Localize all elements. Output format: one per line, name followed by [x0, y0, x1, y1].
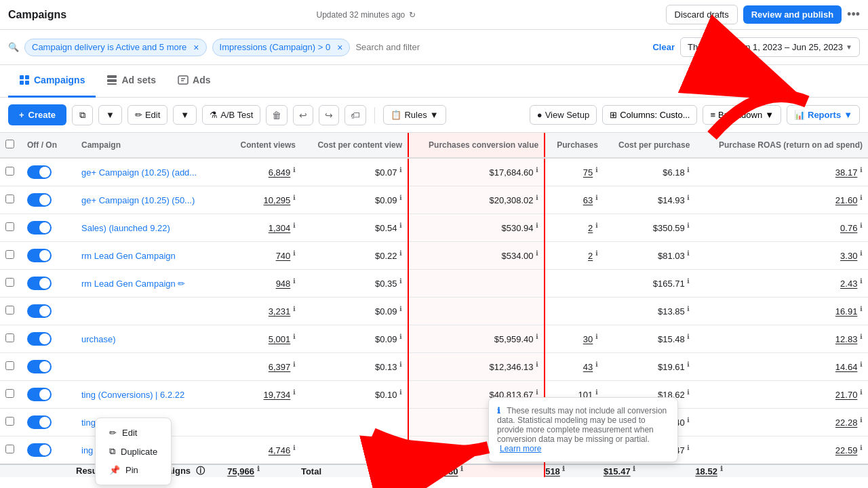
row-campaign-3[interactable]: rm Lead Gen Campaign [76, 242, 227, 270]
info-icon[interactable]: ⓘ [196, 466, 205, 476]
tab-ads[interactable]: Ads [167, 65, 221, 98]
row-campaign-4[interactable]: rm Lead Gen Campaign ✏ [76, 270, 227, 298]
edit-label: Edit [145, 110, 160, 120]
cost-per-content-view-header[interactable]: Cost per content view [301, 133, 408, 158]
row-checkbox-0[interactable] [0, 158, 22, 186]
row-checkbox-6[interactable] [0, 325, 22, 353]
rules-button[interactable]: 📋 Rules ▼ [383, 105, 446, 125]
row-toggle-1[interactable] [22, 186, 76, 214]
row-checkbox-3[interactable] [0, 242, 22, 270]
row-purchases-cv-6: $5,959.40 ℹ [408, 325, 545, 353]
create-button[interactable]: + Create [8, 104, 66, 125]
row-checkbox-5[interactable] [0, 298, 22, 325]
search-filter-input[interactable] [355, 42, 647, 52]
content-views-header[interactable]: Content views [227, 133, 301, 158]
filter-tag-1[interactable]: Campaign delivery is Active and 5 more × [24, 39, 207, 56]
select-all-header[interactable] [0, 133, 22, 158]
toggle-switch-8[interactable] [27, 388, 52, 401]
row-roas-0: 38.17 ℹ [695, 158, 868, 186]
context-menu-pin[interactable]: 📌 Pin [101, 461, 165, 479]
discard-drafts-button[interactable]: Discard drafts [666, 5, 738, 24]
row-toggle-4[interactable] [22, 270, 76, 298]
breakdown-button[interactable]: ≡ Breakdown ▼ [703, 105, 781, 125]
tag-button[interactable]: 🏷 [344, 105, 366, 125]
row-campaign-2[interactable]: Sales) (launched 9.22) [76, 214, 227, 242]
edit-button[interactable]: ✏ Edit [127, 105, 167, 125]
duplicate-icon: ⧉ [79, 110, 85, 121]
cost-per-purchase-header[interactable]: Cost per purchase [604, 133, 695, 158]
more-options-button[interactable]: ••• [847, 7, 860, 22]
tab-campaigns[interactable]: Campaigns [8, 65, 96, 98]
table-row: ting (Conversions) | 6.2.22 19,734 ℹ $0.… [0, 381, 868, 409]
tab-adsets[interactable]: Ad sets [96, 65, 167, 98]
breakdown-label: Breakdown [718, 110, 762, 120]
row-campaign-0[interactable]: ge+ Campaign (10.25) (add... [76, 158, 227, 186]
row-toggle-8[interactable] [22, 381, 76, 409]
toggle-switch-5[interactable] [27, 304, 52, 318]
review-publish-button[interactable]: Review and publish [743, 5, 842, 24]
row-campaign-7[interactable] [76, 353, 227, 381]
reports-button[interactable]: 📊 Reports ▼ [787, 105, 860, 125]
row-campaign-5[interactable] [76, 298, 227, 325]
redo-button[interactable]: ↪ [319, 105, 339, 125]
breakdown-icon: ≡ [710, 110, 715, 120]
reports-label: Reports [808, 110, 841, 120]
filter-tag-2[interactable]: Impressions (Campaign) > 0 × [212, 39, 351, 56]
toggle-switch-6[interactable] [27, 332, 52, 346]
toggle-switch-9[interactable] [27, 415, 52, 429]
row-toggle-6[interactable] [22, 325, 76, 353]
row-checkbox-1[interactable] [0, 186, 22, 214]
row-checkbox-10[interactable] [0, 436, 22, 465]
undo-button[interactable]: ↩ [293, 105, 313, 125]
row-toggle-7[interactable] [22, 353, 76, 381]
row-checkbox-4[interactable] [0, 270, 22, 298]
context-menu-edit[interactable]: ✏ Edit [101, 424, 165, 442]
campaigns-table-container: Off / On Campaign Content views Cost per… [0, 133, 868, 488]
row-toggle-5[interactable] [22, 298, 76, 325]
select-all-checkbox[interactable] [5, 140, 14, 148]
row-campaign-8[interactable]: ting (Conversions) | 6.2.22 [76, 381, 227, 409]
refresh-icon[interactable]: ↻ [409, 10, 416, 20]
context-menu-duplicate[interactable]: ⧉ Duplicate [101, 442, 165, 461]
purchases-conversion-value-header[interactable]: Purchases conversion value [408, 133, 545, 158]
toggle-switch-7[interactable] [27, 360, 52, 373]
duplicate-dropdown-button[interactable]: ▼ [98, 105, 122, 125]
filter-tag-2-remove[interactable]: × [337, 42, 342, 53]
toggle-switch-2[interactable] [27, 221, 52, 235]
row-content-views-4: 948 ℹ [227, 270, 301, 298]
purchases-header[interactable]: Purchases [545, 133, 604, 158]
filter-tag-1-remove[interactable]: × [193, 42, 199, 53]
row-toggle-3[interactable] [22, 242, 76, 270]
row-purchases-cv-5 [408, 298, 545, 325]
toggle-switch-3[interactable] [27, 249, 52, 262]
row-campaign-1[interactable]: ge+ Campaign (10.25) (50...) [76, 186, 227, 214]
view-setup-button[interactable]: ● View Setup [530, 105, 597, 125]
delete-button[interactable]: 🗑 [266, 105, 288, 125]
toggle-switch-0[interactable] [27, 165, 52, 179]
row-toggle-2[interactable] [22, 214, 76, 242]
campaign-header[interactable]: Campaign [76, 133, 227, 158]
row-campaign-6[interactable]: urchase) [76, 325, 227, 353]
row-toggle-10[interactable] [22, 436, 76, 465]
ab-test-button[interactable]: ⚗ A/B Test [202, 105, 260, 125]
toggle-switch-10[interactable] [27, 443, 52, 457]
roas-header[interactable]: Purchase ROAS (return on ad spend) [695, 133, 868, 158]
update-info: Updated 32 minutes ago ↻ [317, 10, 416, 20]
row-toggle-0[interactable] [22, 158, 76, 186]
columns-button[interactable]: ⊞ Columns: Custo... [602, 105, 697, 125]
toggle-switch-1[interactable] [27, 193, 52, 207]
row-checkbox-2[interactable] [0, 214, 22, 242]
duplicate-button[interactable]: ⧉ [72, 105, 93, 125]
search-icon: 🔍 [8, 42, 19, 52]
tooltip-learn-more[interactable]: Learn more [500, 444, 541, 453]
toolbar-right: ● View Setup ⊞ Columns: Custo... ≡ Break… [530, 105, 860, 125]
row-toggle-9[interactable] [22, 409, 76, 436]
clear-button[interactable]: Clear [652, 42, 675, 52]
date-range-selector[interactable]: This month: Jun 1, 2023 – Jun 25, 2023 ▼ [680, 37, 860, 57]
toggle-switch-4[interactable] [27, 277, 52, 290]
top-bar-left: Campaigns [8, 9, 66, 21]
row-checkbox-8[interactable] [0, 381, 22, 409]
row-checkbox-7[interactable] [0, 353, 22, 381]
row-checkbox-9[interactable] [0, 409, 22, 436]
edit-dropdown-button[interactable]: ▼ [173, 105, 197, 125]
